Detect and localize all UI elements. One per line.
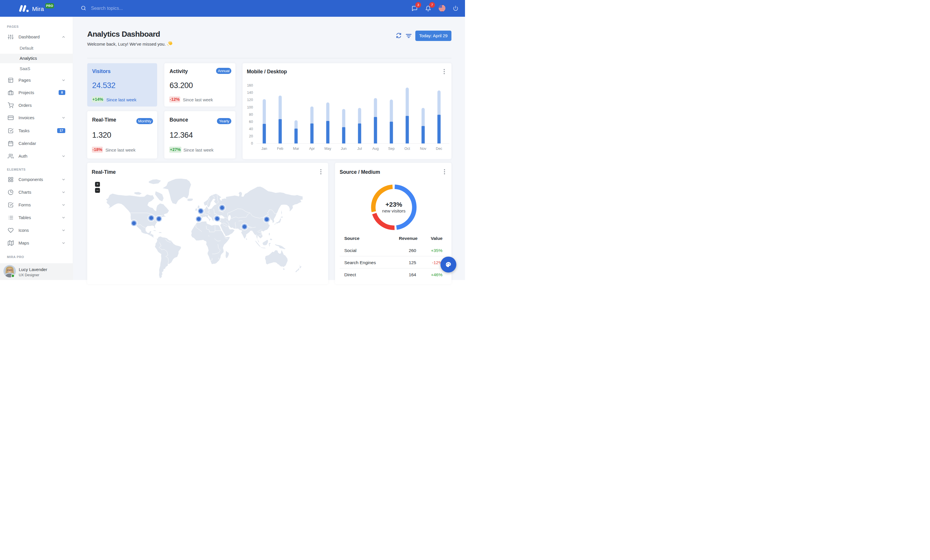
- svg-text:Jul: Jul: [357, 147, 362, 151]
- svg-text:120: 120: [247, 98, 253, 102]
- svg-text:100: 100: [247, 105, 253, 109]
- svg-text:Aug: Aug: [372, 147, 379, 151]
- svg-text:60: 60: [249, 120, 253, 124]
- svg-text:160: 160: [247, 83, 253, 87]
- svg-text:May: May: [324, 147, 331, 151]
- svg-text:Apr: Apr: [309, 147, 314, 151]
- svg-text:20: 20: [249, 134, 253, 138]
- svg-text:Jun: Jun: [341, 147, 346, 151]
- svg-text:0: 0: [251, 141, 253, 146]
- svg-text:80: 80: [249, 113, 253, 117]
- svg-text:Nov: Nov: [420, 147, 427, 151]
- svg-text:140: 140: [247, 91, 253, 95]
- svg-text:Sep: Sep: [388, 147, 394, 151]
- svg-text:Dec: Dec: [436, 147, 442, 151]
- svg-text:Mar: Mar: [293, 147, 299, 151]
- svg-text:Feb: Feb: [277, 147, 283, 151]
- svg-text:40: 40: [249, 127, 253, 131]
- svg-text:Oct: Oct: [404, 147, 410, 151]
- svg-text:Jan: Jan: [262, 147, 267, 151]
